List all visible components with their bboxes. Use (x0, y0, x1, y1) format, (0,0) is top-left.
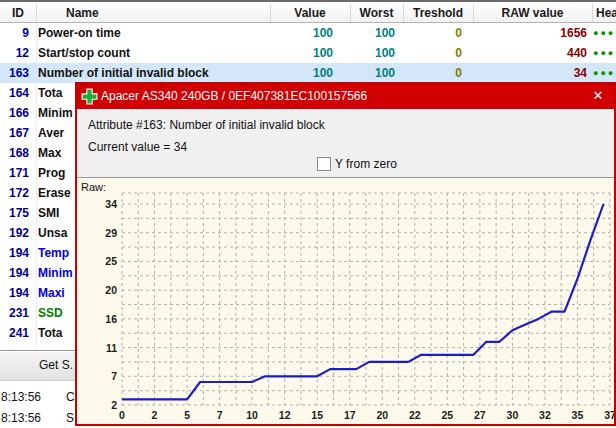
table-cell: 100 (333, 63, 395, 83)
header-separator (270, 4, 271, 22)
table-cell: Power-on time (38, 23, 270, 43)
axis-tick-label: 20 (376, 409, 388, 421)
table-cell: 440 (462, 43, 587, 63)
table-cell: 167 (0, 123, 29, 143)
table-cell: 9 (0, 23, 29, 43)
axis-tick-label: 7 (217, 409, 223, 421)
health-dots: ●●● (593, 23, 616, 43)
dialog-titlebar[interactable]: Apacer AS340 240GB / 0EF407381EC10015756… (77, 84, 614, 109)
axis-tick-label: 22 (409, 409, 421, 421)
log-timestamp: 8:13:56 (1, 408, 41, 428)
axis-tick-label: 15 (311, 409, 323, 421)
current-value-text: Current value = 34 (88, 140, 187, 154)
table-cell: 166 (0, 103, 29, 123)
axis-tick-label: 5 (184, 409, 190, 421)
table-cell: 12 (0, 43, 29, 63)
table-header: ID Name Value Worst Treshold RAW value H… (0, 0, 616, 23)
axis-tick-label: 32 (539, 409, 551, 421)
column-header-raw-value[interactable]: RAW value (473, 5, 592, 23)
get-smart-button[interactable]: Get S. (39, 358, 73, 372)
close-icon[interactable]: ✕ (590, 88, 606, 104)
axis-tick-label: 37 (604, 409, 614, 421)
table-cell: 0 (395, 43, 462, 63)
table-cell: 100 (270, 43, 333, 63)
table-cell: 1656 (462, 23, 587, 43)
table-cell: 171 (0, 163, 29, 183)
column-header-worst[interactable]: Worst (350, 5, 403, 23)
smart-monitor-window: ID Name Value Worst Treshold RAW value H… (0, 0, 616, 428)
health-dots: ●●● (593, 43, 616, 63)
axis-tick-label: 2 (152, 409, 158, 421)
axis-tick-label: 11 (106, 342, 117, 354)
log-message: C (66, 387, 75, 407)
axis-tick-label: 27 (474, 409, 486, 421)
dialog-title: Apacer AS340 240GB / 0EF407381EC10015756… (101, 89, 367, 103)
axis-tick-label: 7 (111, 370, 117, 382)
header-separator (592, 4, 593, 22)
table-cell: 0 (395, 63, 462, 83)
column-header-name[interactable]: Name (66, 5, 99, 23)
table-cell: 194 (0, 283, 29, 303)
table-cell: 163 (0, 63, 29, 83)
axis-tick-label: 12 (279, 409, 291, 421)
column-header-id[interactable]: ID (0, 5, 36, 23)
attribute-description: Attribute #163: Number of initial invali… (88, 118, 325, 132)
column-header-value[interactable]: Value (270, 5, 350, 23)
table-cell: 0 (395, 23, 462, 43)
axis-tick-label: 35 (572, 409, 584, 421)
axis-tick-label: 2 (111, 399, 117, 411)
chart-axis-title: Raw: (81, 181, 106, 193)
axis-tick-label: 10 (246, 409, 258, 421)
table-cell: 100 (270, 63, 333, 83)
table-cell: 100 (333, 43, 395, 63)
table-row[interactable]: 163Number of initial invalid block100100… (0, 63, 616, 83)
table-cell: 172 (0, 183, 29, 203)
table-cell: 194 (0, 243, 29, 263)
header-separator (350, 4, 351, 22)
y-from-zero-label: Y from zero (335, 157, 397, 171)
table-cell: 100 (270, 23, 333, 43)
column-header-treshold[interactable]: Treshold (403, 5, 473, 23)
table-cell: 168 (0, 143, 29, 163)
axis-tick-label: 25 (105, 255, 117, 267)
header-separator (473, 4, 474, 22)
axis-tick-label: 34 (105, 198, 117, 210)
table-cell: 231 (0, 303, 29, 323)
axis-tick-label: 16 (105, 313, 117, 325)
axis-tick-label: 30 (507, 409, 519, 421)
attribute-graph-dialog: Apacer AS340 240GB / 0EF407381EC10015756… (75, 82, 616, 426)
table-cell: 34 (462, 63, 587, 83)
header-separator (36, 4, 37, 22)
table-cell: 164 (0, 83, 29, 103)
raw-value-line-chart: 3429252016117202571012151720222527303235… (77, 178, 614, 425)
table-cell: 175 (0, 203, 29, 223)
axis-tick-label: 0 (119, 409, 125, 421)
column-header-health[interactable]: Health (596, 5, 616, 23)
table-cell: Start/stop count (38, 43, 270, 63)
table-cell: 192 (0, 223, 29, 243)
health-dots: ●●● (593, 63, 616, 83)
table-row[interactable]: 9Power-on time10010001656●●● (0, 23, 616, 43)
axis-tick-label: 17 (344, 409, 356, 421)
header-separator (403, 4, 404, 22)
axis-tick-label: 25 (441, 409, 453, 421)
axis-tick-label: 29 (105, 227, 117, 239)
raw-value-series-line (122, 204, 604, 399)
health-cross-icon (81, 88, 98, 105)
log-timestamp: 8:13:56 (1, 387, 41, 407)
log-message: S (66, 408, 74, 428)
table-cell: 241 (0, 323, 29, 343)
y-from-zero-checkbox[interactable] (317, 157, 331, 171)
table-cell: 194 (0, 263, 29, 283)
raw-value-chart-panel: Raw: 34292520161172025710121517202225273… (77, 177, 614, 424)
table-row[interactable]: 12Start/stop count1001000440●●● (0, 43, 616, 63)
table-cell: Number of initial invalid block (38, 63, 270, 83)
table-cell: 100 (333, 23, 395, 43)
axis-tick-label: 20 (105, 284, 117, 296)
